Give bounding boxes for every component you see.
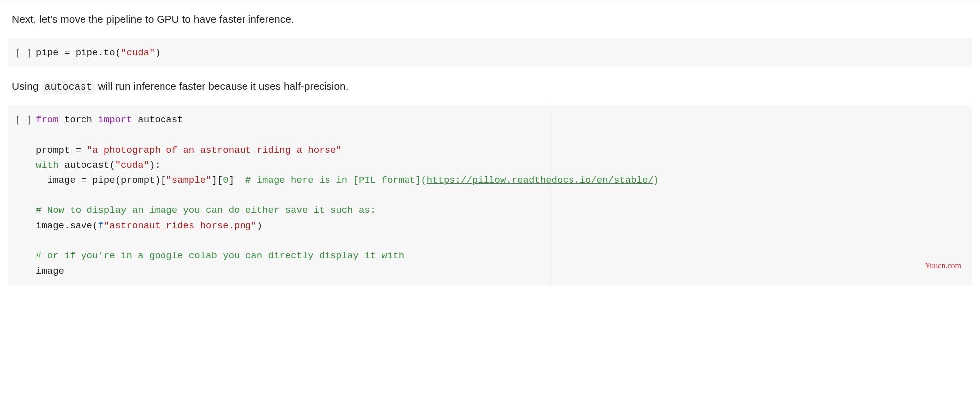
- code-text: image: [36, 266, 64, 277]
- string-literal: "astronaut_rides_horse.png": [104, 220, 257, 231]
- keyword-from: from: [36, 114, 59, 125]
- code-text: ][: [211, 175, 223, 186]
- code-text: image = pipe(prompt)[: [36, 175, 166, 186]
- code-cell-2[interactable]: [ ] from torch import autocast prompt = …: [8, 105, 972, 286]
- string-literal: "cuda": [115, 160, 149, 171]
- code-text: ): [155, 47, 160, 58]
- text-paragraph: Next, let's move the pipeline to GPU to …: [12, 13, 294, 25]
- code-text: ): [257, 220, 262, 231]
- code-text: ]: [229, 175, 245, 186]
- inline-code: autocast: [42, 80, 95, 94]
- code-editor[interactable]: pipe = pipe.to("cuda"): [36, 45, 972, 60]
- comment: # Now to display an image you can do eit…: [36, 205, 376, 216]
- string-literal: "sample": [166, 175, 211, 186]
- text-cell-2: Using autocast will run inference faster…: [0, 69, 980, 103]
- execution-indicator[interactable]: [ ]: [8, 45, 36, 60]
- comment-link: https://pillow.readthedocs.io/en/stable/: [427, 175, 653, 186]
- code-text: image.save(: [36, 220, 98, 231]
- string-literal: "a photograph of an astronaut riding a h…: [87, 145, 342, 156]
- f-prefix: f: [98, 220, 103, 231]
- string-literal: "cuda": [121, 47, 155, 58]
- code-text: autocast: [132, 114, 183, 125]
- code-text: pipe = pipe.to(: [36, 47, 121, 58]
- code-text: torch: [59, 114, 98, 125]
- code-text: ):: [149, 160, 161, 171]
- text-pre: Using: [12, 80, 42, 92]
- top-divider: [0, 0, 980, 0]
- code-text: autocast(: [59, 160, 115, 171]
- keyword-import: import: [98, 114, 132, 125]
- text-post: will run inference faster because it use…: [95, 80, 349, 92]
- notebook-container: Next, let's move the pipeline to GPU to …: [0, 0, 980, 286]
- keyword-with: with: [36, 160, 59, 171]
- comment: # image here is in [PIL format](https://…: [245, 175, 659, 186]
- code-editor[interactable]: from torch import autocast prompt = "a p…: [36, 112, 972, 279]
- number-literal: 0: [223, 175, 228, 186]
- comment: # or if you're in a google colab you can…: [36, 250, 404, 261]
- code-cell-1[interactable]: [ ] pipe = pipe.to("cuda"): [8, 38, 972, 67]
- text-cell-1: Next, let's move the pipeline to GPU to …: [0, 2, 980, 36]
- execution-indicator[interactable]: [ ]: [8, 112, 36, 127]
- code-text: prompt =: [36, 145, 87, 156]
